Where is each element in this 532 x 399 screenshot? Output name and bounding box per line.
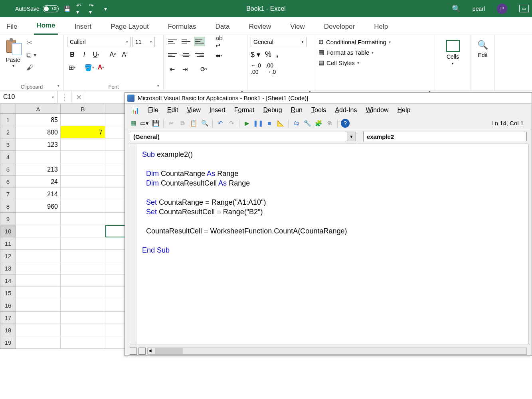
vba-menu-insert[interactable]: Insert [210, 107, 225, 114]
vba-insert-module-icon[interactable]: ▭▾ [140, 119, 149, 128]
fill-color-button[interactable]: 🪣 [84, 62, 94, 73]
cell[interactable] [16, 151, 61, 163]
cell[interactable] [61, 176, 105, 188]
cell[interactable] [16, 299, 61, 312]
row-header[interactable]: 2 [0, 126, 16, 138]
cell[interactable] [61, 336, 105, 349]
row-header[interactable]: 9 [0, 213, 16, 225]
tab-formulas[interactable]: Formulas [166, 23, 199, 35]
cell[interactable]: 7 [61, 126, 105, 138]
align-left-icon[interactable] [167, 50, 178, 60]
vba-titlebar[interactable]: Microsoft Visual Basic for Applications … [125, 93, 532, 104]
vba-menu-file[interactable]: File [148, 107, 158, 114]
name-box[interactable]: C10 [0, 91, 57, 103]
align-bottom-icon[interactable] [194, 37, 205, 46]
cell[interactable] [61, 151, 105, 163]
cell[interactable]: 800 [16, 126, 61, 138]
increase-font-icon[interactable]: A^ [108, 49, 118, 60]
borders-button[interactable]: ⊞ [67, 62, 77, 73]
tab-view[interactable]: View [288, 23, 307, 35]
align-right-icon[interactable] [194, 50, 205, 60]
cell[interactable]: 85 [16, 114, 61, 126]
row-header[interactable]: 4 [0, 151, 16, 163]
cell[interactable] [16, 324, 61, 336]
percent-icon[interactable]: % [265, 50, 271, 59]
user-avatar[interactable]: P [497, 4, 507, 14]
vba-procedure-dropdown[interactable]: example2 [363, 132, 527, 141]
tab-page-layout[interactable]: Page Layout [108, 23, 151, 35]
align-center-icon[interactable] [180, 50, 192, 60]
row-header[interactable]: 1 [0, 114, 16, 126]
vba-code-editor[interactable]: Sub example2() Dim CountaRange As Range … [130, 144, 528, 344]
vba-menu-addins[interactable]: Add-Ins [335, 107, 357, 114]
cell[interactable] [61, 262, 105, 275]
vba-excel-icon[interactable]: 📊 [131, 107, 139, 114]
row-header[interactable]: 3 [0, 138, 16, 151]
cell[interactable] [16, 250, 61, 262]
tab-data[interactable]: Data [213, 23, 232, 35]
vba-excel-button[interactable]: ▦ [129, 119, 138, 128]
select-all-corner[interactable] [0, 104, 16, 114]
paste-button[interactable]: Paste ▾ [3, 37, 23, 69]
cancel-icon[interactable]: ✕ [72, 91, 86, 103]
cell[interactable]: 213 [16, 163, 61, 176]
italic-button[interactable]: I [79, 49, 89, 60]
row-header[interactable]: 8 [0, 200, 16, 213]
cell[interactable]: 24 [16, 176, 61, 188]
cell[interactable]: 214 [16, 188, 61, 200]
vba-copy-icon[interactable]: ⧉ [178, 119, 187, 128]
align-top-icon[interactable] [167, 37, 178, 46]
cell[interactable] [16, 225, 61, 237]
cell[interactable] [16, 275, 61, 287]
vba-run-icon[interactable]: ▶ [243, 119, 251, 128]
save-icon[interactable]: 💾 [63, 5, 71, 13]
row-header[interactable]: 17 [0, 312, 16, 324]
cell[interactable] [61, 213, 105, 225]
cell[interactable] [61, 299, 105, 312]
increase-decimal-icon[interactable]: ←.0.00 [251, 62, 261, 75]
cell[interactable] [16, 287, 61, 299]
tab-home[interactable]: Home [34, 22, 57, 35]
decrease-font-icon[interactable]: Aˇ [120, 49, 130, 60]
vba-menu-view[interactable]: View [187, 107, 200, 114]
user-name[interactable]: pearl [473, 6, 485, 12]
ribbon-display-icon[interactable]: ▭ [519, 5, 529, 12]
vba-paste-icon[interactable]: 📋 [189, 119, 198, 128]
autosave-toggle[interactable]: AutoSave Off [15, 5, 59, 12]
cell[interactable] [61, 287, 105, 299]
vba-design-icon[interactable]: 📐 [276, 119, 285, 128]
vba-menu-help[interactable]: Help [397, 107, 410, 114]
col-header-b[interactable]: B [61, 104, 105, 114]
vba-menu-run[interactable]: Run [291, 107, 303, 114]
merge-center-icon[interactable]: ⬌ [214, 50, 224, 61]
cell[interactable] [61, 114, 105, 126]
vba-redo-icon[interactable]: ↷ [227, 119, 236, 128]
cell[interactable] [61, 225, 105, 237]
vba-break-icon[interactable]: ❚❚ [254, 119, 263, 128]
tab-file[interactable]: File [4, 23, 20, 35]
cell[interactable] [61, 324, 105, 336]
vba-menu-format[interactable]: Format [234, 107, 255, 114]
cell[interactable] [16, 237, 61, 250]
cut-icon[interactable]: ✂ [26, 38, 37, 47]
row-header[interactable]: 12 [0, 250, 16, 262]
cell-styles-button[interactable]: ▤ Cell Styles [318, 57, 431, 68]
format-painter-icon[interactable]: 🖌 [26, 63, 37, 72]
vba-project-icon[interactable]: 🗂 [292, 119, 301, 128]
cell[interactable]: 960 [16, 200, 61, 213]
vba-object-dropdown[interactable]: (General)▼ [130, 132, 356, 141]
vba-help-icon[interactable]: ? [341, 119, 350, 128]
row-header[interactable]: 10 [0, 225, 16, 237]
vba-procedure-view-icon[interactable] [130, 348, 137, 355]
redo-icon[interactable]: ↷ ▾ [89, 5, 97, 13]
bold-button[interactable]: B [67, 49, 77, 60]
vba-hscrollbar[interactable] [147, 348, 527, 355]
font-size-select[interactable]: 11 [133, 37, 155, 47]
row-header[interactable]: 18 [0, 324, 16, 336]
cell[interactable] [61, 188, 105, 200]
vba-save-icon[interactable]: 💾 [151, 119, 160, 128]
increase-indent-icon[interactable]: ⇥ [180, 64, 190, 74]
align-middle-icon[interactable] [180, 37, 192, 46]
row-header[interactable]: 16 [0, 299, 16, 312]
tab-review[interactable]: Review [246, 23, 273, 35]
